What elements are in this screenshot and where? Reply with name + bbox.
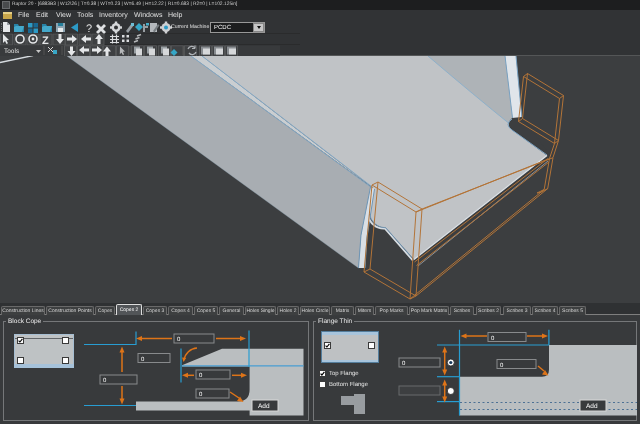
- svg-text:Add: Add: [258, 403, 270, 410]
- svg-text:Add: Add: [586, 403, 598, 410]
- svg-text:?: ?: [86, 23, 92, 35]
- svg-text:Z: Z: [42, 35, 49, 47]
- svg-text:Tools: Tools: [4, 48, 20, 55]
